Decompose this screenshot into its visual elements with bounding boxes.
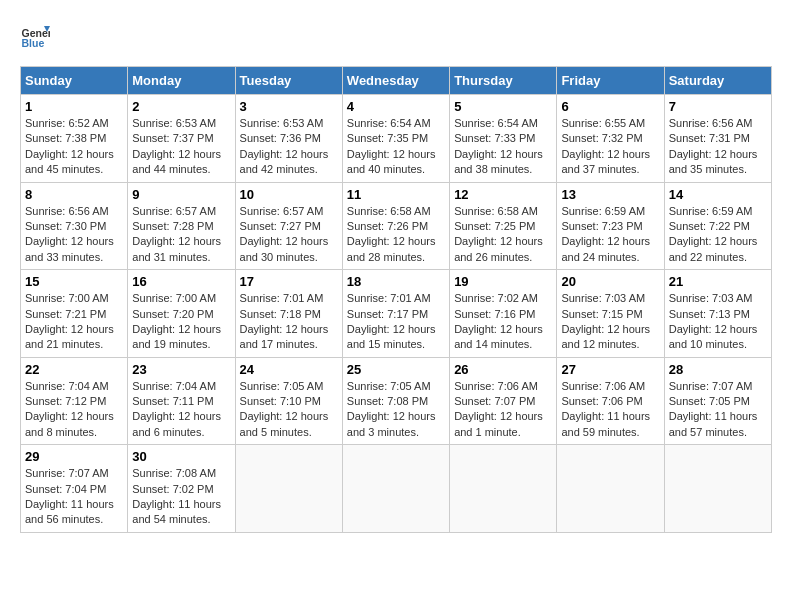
calendar-cell: 22 Sunrise: 7:04 AM Sunset: 7:12 PM Dayl… xyxy=(21,357,128,445)
logo-icon: General Blue xyxy=(20,20,50,50)
sunrise: Sunrise: 7:07 AM xyxy=(669,380,753,392)
day-number: 5 xyxy=(454,99,552,114)
day-number: 1 xyxy=(25,99,123,114)
day-number: 25 xyxy=(347,362,445,377)
day-number: 24 xyxy=(240,362,338,377)
day-detail: Sunrise: 7:01 AM Sunset: 7:18 PM Dayligh… xyxy=(240,291,338,353)
calendar-week-row: 1 Sunrise: 6:52 AM Sunset: 7:38 PM Dayli… xyxy=(21,95,772,183)
calendar-cell: 15 Sunrise: 7:00 AM Sunset: 7:21 PM Dayl… xyxy=(21,270,128,358)
calendar-cell: 11 Sunrise: 6:58 AM Sunset: 7:26 PM Dayl… xyxy=(342,182,449,270)
day-number: 2 xyxy=(132,99,230,114)
day-detail: Sunrise: 6:53 AM Sunset: 7:37 PM Dayligh… xyxy=(132,116,230,178)
daylight: Daylight: 11 hours and 59 minutes. xyxy=(561,410,650,437)
sunrise: Sunrise: 6:55 AM xyxy=(561,117,645,129)
sunset: Sunset: 7:28 PM xyxy=(132,220,213,232)
day-detail: Sunrise: 7:01 AM Sunset: 7:17 PM Dayligh… xyxy=(347,291,445,353)
sunset: Sunset: 7:35 PM xyxy=(347,132,428,144)
sunrise: Sunrise: 7:04 AM xyxy=(132,380,216,392)
sunset: Sunset: 7:26 PM xyxy=(347,220,428,232)
svg-text:Blue: Blue xyxy=(22,37,45,49)
calendar-cell: 4 Sunrise: 6:54 AM Sunset: 7:35 PM Dayli… xyxy=(342,95,449,183)
calendar-cell: 14 Sunrise: 6:59 AM Sunset: 7:22 PM Dayl… xyxy=(664,182,771,270)
calendar-cell: 8 Sunrise: 6:56 AM Sunset: 7:30 PM Dayli… xyxy=(21,182,128,270)
col-sunday: Sunday xyxy=(21,67,128,95)
calendar-cell: 13 Sunrise: 6:59 AM Sunset: 7:23 PM Dayl… xyxy=(557,182,664,270)
daylight: Daylight: 12 hours and 38 minutes. xyxy=(454,148,543,175)
sunrise: Sunrise: 7:03 AM xyxy=(561,292,645,304)
calendar-body: 1 Sunrise: 6:52 AM Sunset: 7:38 PM Dayli… xyxy=(21,95,772,533)
sunset: Sunset: 7:21 PM xyxy=(25,308,106,320)
day-detail: Sunrise: 7:06 AM Sunset: 7:06 PM Dayligh… xyxy=(561,379,659,441)
calendar-week-row: 22 Sunrise: 7:04 AM Sunset: 7:12 PM Dayl… xyxy=(21,357,772,445)
sunset: Sunset: 7:07 PM xyxy=(454,395,535,407)
day-number: 4 xyxy=(347,99,445,114)
sunset: Sunset: 7:05 PM xyxy=(669,395,750,407)
sunrise: Sunrise: 7:01 AM xyxy=(347,292,431,304)
daylight: Daylight: 12 hours and 19 minutes. xyxy=(132,323,221,350)
daylight: Daylight: 12 hours and 31 minutes. xyxy=(132,235,221,262)
day-number: 3 xyxy=(240,99,338,114)
sunset: Sunset: 7:02 PM xyxy=(132,483,213,495)
calendar-cell xyxy=(235,445,342,533)
sunrise: Sunrise: 7:06 AM xyxy=(561,380,645,392)
day-detail: Sunrise: 7:07 AM Sunset: 7:05 PM Dayligh… xyxy=(669,379,767,441)
day-detail: Sunrise: 6:54 AM Sunset: 7:33 PM Dayligh… xyxy=(454,116,552,178)
calendar-cell: 29 Sunrise: 7:07 AM Sunset: 7:04 PM Dayl… xyxy=(21,445,128,533)
day-detail: Sunrise: 6:58 AM Sunset: 7:25 PM Dayligh… xyxy=(454,204,552,266)
day-detail: Sunrise: 7:03 AM Sunset: 7:15 PM Dayligh… xyxy=(561,291,659,353)
sunrise: Sunrise: 7:05 AM xyxy=(347,380,431,392)
sunset: Sunset: 7:38 PM xyxy=(25,132,106,144)
sunset: Sunset: 7:18 PM xyxy=(240,308,321,320)
day-detail: Sunrise: 6:57 AM Sunset: 7:28 PM Dayligh… xyxy=(132,204,230,266)
day-detail: Sunrise: 6:58 AM Sunset: 7:26 PM Dayligh… xyxy=(347,204,445,266)
day-number: 8 xyxy=(25,187,123,202)
sunrise: Sunrise: 7:00 AM xyxy=(132,292,216,304)
day-number: 17 xyxy=(240,274,338,289)
sunrise: Sunrise: 6:53 AM xyxy=(132,117,216,129)
day-detail: Sunrise: 7:06 AM Sunset: 7:07 PM Dayligh… xyxy=(454,379,552,441)
daylight: Daylight: 12 hours and 14 minutes. xyxy=(454,323,543,350)
day-detail: Sunrise: 7:00 AM Sunset: 7:21 PM Dayligh… xyxy=(25,291,123,353)
sunset: Sunset: 7:12 PM xyxy=(25,395,106,407)
calendar-cell: 25 Sunrise: 7:05 AM Sunset: 7:08 PM Dayl… xyxy=(342,357,449,445)
sunrise: Sunrise: 6:56 AM xyxy=(669,117,753,129)
daylight: Daylight: 12 hours and 17 minutes. xyxy=(240,323,329,350)
sunrise: Sunrise: 7:00 AM xyxy=(25,292,109,304)
calendar-cell xyxy=(342,445,449,533)
sunrise: Sunrise: 6:57 AM xyxy=(240,205,324,217)
daylight: Daylight: 12 hours and 28 minutes. xyxy=(347,235,436,262)
day-detail: Sunrise: 6:57 AM Sunset: 7:27 PM Dayligh… xyxy=(240,204,338,266)
calendar-cell: 5 Sunrise: 6:54 AM Sunset: 7:33 PM Dayli… xyxy=(450,95,557,183)
day-number: 16 xyxy=(132,274,230,289)
calendar-cell xyxy=(450,445,557,533)
day-number: 27 xyxy=(561,362,659,377)
daylight: Daylight: 12 hours and 37 minutes. xyxy=(561,148,650,175)
calendar-cell: 9 Sunrise: 6:57 AM Sunset: 7:28 PM Dayli… xyxy=(128,182,235,270)
sunrise: Sunrise: 7:08 AM xyxy=(132,467,216,479)
sunset: Sunset: 7:31 PM xyxy=(669,132,750,144)
calendar-cell: 10 Sunrise: 6:57 AM Sunset: 7:27 PM Dayl… xyxy=(235,182,342,270)
daylight: Daylight: 12 hours and 21 minutes. xyxy=(25,323,114,350)
day-detail: Sunrise: 7:04 AM Sunset: 7:11 PM Dayligh… xyxy=(132,379,230,441)
calendar-cell: 21 Sunrise: 7:03 AM Sunset: 7:13 PM Dayl… xyxy=(664,270,771,358)
daylight: Daylight: 11 hours and 54 minutes. xyxy=(132,498,221,525)
sunrise: Sunrise: 7:04 AM xyxy=(25,380,109,392)
day-number: 7 xyxy=(669,99,767,114)
day-number: 11 xyxy=(347,187,445,202)
calendar-cell: 1 Sunrise: 6:52 AM Sunset: 7:38 PM Dayli… xyxy=(21,95,128,183)
calendar-cell: 20 Sunrise: 7:03 AM Sunset: 7:15 PM Dayl… xyxy=(557,270,664,358)
col-wednesday: Wednesday xyxy=(342,67,449,95)
daylight: Daylight: 12 hours and 33 minutes. xyxy=(25,235,114,262)
sunset: Sunset: 7:13 PM xyxy=(669,308,750,320)
daylight: Daylight: 11 hours and 57 minutes. xyxy=(669,410,758,437)
sunset: Sunset: 7:17 PM xyxy=(347,308,428,320)
sunset: Sunset: 7:15 PM xyxy=(561,308,642,320)
daylight: Daylight: 12 hours and 45 minutes. xyxy=(25,148,114,175)
day-detail: Sunrise: 6:56 AM Sunset: 7:30 PM Dayligh… xyxy=(25,204,123,266)
sunset: Sunset: 7:20 PM xyxy=(132,308,213,320)
sunrise: Sunrise: 7:01 AM xyxy=(240,292,324,304)
daylight: Daylight: 12 hours and 5 minutes. xyxy=(240,410,329,437)
day-detail: Sunrise: 7:00 AM Sunset: 7:20 PM Dayligh… xyxy=(132,291,230,353)
sunrise: Sunrise: 6:59 AM xyxy=(561,205,645,217)
daylight: Daylight: 11 hours and 56 minutes. xyxy=(25,498,114,525)
